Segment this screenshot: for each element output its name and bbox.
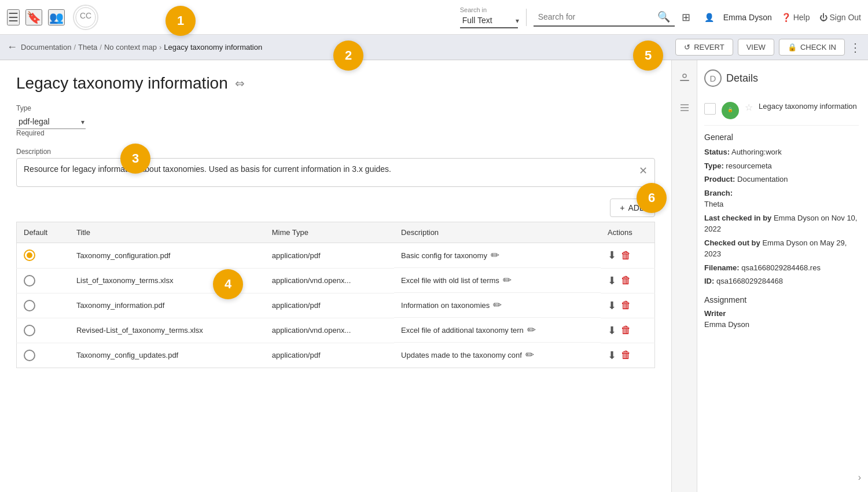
sidebar-details-header: D Details xyxy=(704,69,859,87)
list-panel-icon[interactable] xyxy=(674,97,695,118)
row-3-title: Revised-List_of_taxonomy_terms.xlsx xyxy=(69,318,265,343)
description-clear-button[interactable]: ✕ xyxy=(639,164,648,177)
content-area: Legacy taxonomy information ⇔ Type pdf-l… xyxy=(0,60,671,492)
row-4-download-button[interactable]: ⬇ xyxy=(608,349,616,362)
table-row: Taxonomy_configuration.pdfapplication/pd… xyxy=(17,243,655,269)
row-2-edit-button[interactable]: ✏ xyxy=(493,299,502,311)
col-description: Description xyxy=(394,222,601,243)
svg-rect-3 xyxy=(680,80,689,81)
view-button[interactable]: VIEW xyxy=(738,39,774,56)
row-1-description: Excel file with old list of terms✏ xyxy=(394,268,601,293)
row-3-default xyxy=(17,318,69,343)
sidebar-content: D Details 🔒 ☆ Legacy taxonomy informatio… xyxy=(697,60,868,338)
table-row: Taxonomy_config_updates.pdfapplication/p… xyxy=(17,343,655,368)
description-section: Description Resource for legacy informat… xyxy=(16,148,655,187)
type-select-wrapper: pdf-legal ▾ xyxy=(16,115,655,129)
row-1-mime: application/vnd.openx... xyxy=(265,268,394,293)
file-table: Default Title Mime Type Description Acti… xyxy=(16,222,655,368)
table-row: Revised-List_of_taxonomy_terms.xlsxappli… xyxy=(17,318,655,343)
row-3-delete-button[interactable]: 🗑 xyxy=(621,324,631,336)
writer-label: Writer xyxy=(704,309,859,318)
item-name: Legacy taxonomy information xyxy=(759,102,857,111)
row-3-description: Excel file of additional taxonomy tern✏ xyxy=(394,318,601,343)
row-0-edit-button[interactable]: ✏ xyxy=(491,249,499,262)
table-header-row: Default Title Mime Type Description Acti… xyxy=(17,222,655,243)
row-4-radio[interactable] xyxy=(24,350,35,361)
svg-text:CC: CC xyxy=(80,10,91,20)
d-circle: D xyxy=(704,69,722,87)
row-4-description: Updates made to the taxonomy conf✏ xyxy=(394,343,601,367)
filter-button[interactable]: ⊞ xyxy=(682,11,690,24)
breadcrumb-theta[interactable]: Theta xyxy=(78,43,97,52)
row-2-download-button[interactable]: ⬇ xyxy=(608,299,616,312)
row-0-delete-button[interactable]: 🗑 xyxy=(621,249,631,262)
item-icon: 🔒 xyxy=(722,102,739,119)
row-2-radio[interactable] xyxy=(24,300,35,311)
row-0-title: Taxonomy_configuration.pdf xyxy=(69,243,265,269)
row-1-download-button[interactable]: ⬇ xyxy=(608,274,616,287)
row-3-radio[interactable] xyxy=(24,325,35,336)
details-panel-icon[interactable] xyxy=(674,67,695,88)
description-label: Description xyxy=(16,148,655,156)
row-4-delete-button[interactable]: 🗑 xyxy=(621,349,631,361)
people-icon[interactable]: 👥 xyxy=(48,9,65,25)
search-input[interactable] xyxy=(538,12,654,21)
checkin-lock-icon: 🔒 xyxy=(788,43,797,52)
help-icon: ❓ xyxy=(781,13,791,22)
row-0-radio[interactable] xyxy=(24,249,35,261)
writer-value: Emma Dyson xyxy=(704,320,859,329)
row-2-delete-button[interactable]: 🗑 xyxy=(621,299,631,311)
horizontal-scrollbar[interactable] xyxy=(16,368,655,376)
row-3-edit-button[interactable]: ✏ xyxy=(527,324,536,336)
row-4-actions: ⬇🗑 xyxy=(601,343,654,368)
row-2-mime: application/pdf xyxy=(265,293,394,318)
item-checkbox[interactable] xyxy=(704,103,716,115)
type-select[interactable]: pdf-legal xyxy=(16,115,86,129)
id-row: ID: qsa1668029284468 xyxy=(704,276,859,287)
breadcrumb-current: Legacy taxonomy information xyxy=(164,43,262,52)
main-layout: Legacy taxonomy information ⇔ Type pdf-l… xyxy=(0,60,868,492)
search-mode-select[interactable]: Full Text xyxy=(460,13,518,28)
hamburger-icon[interactable]: ☰ xyxy=(7,9,20,25)
col-default: Default xyxy=(17,222,69,243)
user-name: Emma Dyson xyxy=(723,13,772,22)
description-box: Resource for legacy information about ta… xyxy=(16,158,655,187)
row-2-actions: ⬇🗑 xyxy=(601,293,654,318)
row-0-mime: application/pdf xyxy=(265,243,394,269)
checkin-button[interactable]: 🔒 CHECK IN xyxy=(779,39,845,56)
table-section: + ADD Default Title Mime Type Descriptio… xyxy=(16,199,655,376)
status-row: Status: Authoring:work xyxy=(704,146,859,158)
search-mode-wrapper: Full Text ▾ xyxy=(460,13,519,28)
row-1-edit-button[interactable]: ✏ xyxy=(503,274,512,287)
row-1-delete-button[interactable]: 🗑 xyxy=(621,274,631,287)
svg-text:🔒: 🔒 xyxy=(727,107,733,112)
bookmark-icon[interactable]: 🔖 xyxy=(25,9,42,25)
collapse-button[interactable]: › xyxy=(858,472,861,483)
signout-link[interactable]: ⏻ Sign Out xyxy=(819,13,861,22)
row-3-download-button[interactable]: ⬇ xyxy=(608,324,616,337)
col-title: Title xyxy=(69,222,265,243)
nav-left: ☰ 🔖 👥 CC xyxy=(7,5,98,30)
back-button[interactable]: ← xyxy=(7,41,17,53)
row-1-radio[interactable] xyxy=(24,275,35,287)
more-button[interactable]: ⋮ xyxy=(849,41,861,54)
row-4-default xyxy=(17,343,69,368)
row-0-download-button[interactable]: ⬇ xyxy=(608,249,616,262)
revert-button[interactable]: ↺ REVERT xyxy=(675,39,733,56)
row-4-edit-button[interactable]: ✏ xyxy=(525,348,534,361)
item-star-icon[interactable]: ☆ xyxy=(745,102,753,113)
add-row: + ADD xyxy=(16,199,655,217)
breadcrumb-no-context[interactable]: No context map xyxy=(104,43,157,52)
table-scroll[interactable]: Default Title Mime Type Description Acti… xyxy=(16,222,655,368)
sidebar-details-title: Details xyxy=(726,72,758,85)
search-submit-button[interactable]: 🔍 xyxy=(657,10,670,23)
help-link[interactable]: ❓ Help xyxy=(781,13,810,22)
user-icon: 👤 xyxy=(704,13,714,22)
general-section: General Status: Authoring:work Type: res… xyxy=(704,133,859,287)
table-row: List_of_taxonomy_terms.xlsxapplication/v… xyxy=(17,268,655,293)
breadcrumb-path: Documentation / Theta / No context map ›… xyxy=(21,43,262,52)
resize-icon[interactable]: ⇔ xyxy=(235,76,245,90)
breadcrumb-documentation[interactable]: Documentation xyxy=(21,43,71,52)
row-4-mime: application/pdf xyxy=(265,343,394,368)
add-button[interactable]: + ADD xyxy=(610,199,655,217)
